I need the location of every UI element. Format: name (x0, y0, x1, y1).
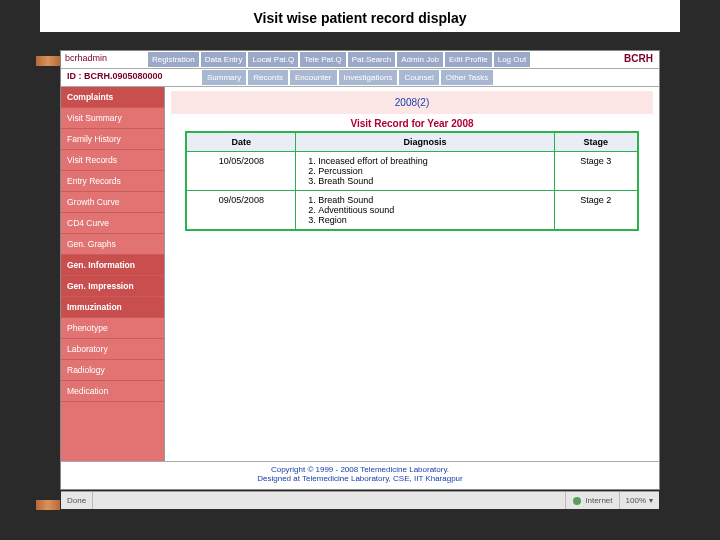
table-row[interactable]: 09/05/2008Breath SoundAdventitious sound… (186, 191, 637, 231)
visit-record-table: DateDiagnosisStage 10/05/2008Inceased ef… (185, 131, 638, 231)
sidebar-item-phenotype[interactable]: Phenotype (61, 318, 164, 339)
subnav-other-tasks[interactable]: Other Tasks (441, 70, 494, 85)
patient-id-label: ID : BCRH.0905080000 (61, 69, 201, 86)
topnav-log-out[interactable]: Log Out (494, 52, 530, 67)
sidebar-item-gen-information[interactable]: Gen. Information (61, 255, 164, 276)
subnav-investigations[interactable]: Investigations (339, 70, 398, 85)
status-zoom[interactable]: 100% ▾ (619, 492, 659, 509)
decor-stripe-bottom (36, 500, 60, 510)
sidebar-item-complaints[interactable]: Complaints (61, 87, 164, 108)
col-diagnosis: Diagnosis (296, 132, 555, 152)
chevron-down-icon: ▾ (649, 496, 653, 505)
internet-zone-icon (572, 496, 582, 506)
diagnosis-item: Region (318, 215, 548, 225)
topnav-local-pat-q[interactable]: Local Pat.Q (248, 52, 298, 67)
svg-point-0 (573, 497, 581, 505)
cell-date: 09/05/2008 (186, 191, 295, 231)
cell-stage: Stage 2 (554, 191, 637, 231)
topnav-pat-search[interactable]: Pat.Search (348, 52, 396, 67)
brand-right: BCRH (618, 51, 659, 68)
topnav-data-entry[interactable]: Data Entry (201, 52, 247, 67)
cell-date: 10/05/2008 (186, 152, 295, 191)
diagnosis-item: Breath Sound (318, 195, 548, 205)
subnav-counsel[interactable]: Counsel (399, 70, 438, 85)
col-date: Date (186, 132, 295, 152)
status-zone: Internet (565, 492, 618, 509)
diagnosis-item: Adventitious sound (318, 205, 548, 215)
top-nav: RegistrationData EntryLocal Pat.QTele Pa… (147, 51, 531, 68)
sidebar-item-family-history[interactable]: Family History (61, 129, 164, 150)
status-zone-label: Internet (585, 496, 612, 505)
subnav-records[interactable]: Records (248, 70, 288, 85)
slide-caption: Visit wise patient record display (40, 0, 680, 32)
id-bar: ID : BCRH.0905080000 SummaryRecordsEncou… (61, 69, 659, 87)
subnav-encounter[interactable]: Encounter (290, 70, 336, 85)
diagnosis-item: Percussion (318, 166, 548, 176)
footer-line2: Designed at Telemedicine Laboratory, CSE… (61, 474, 659, 483)
top-bar: bcrhadmin RegistrationData EntryLocal Pa… (61, 51, 659, 69)
subnav-summary[interactable]: Summary (202, 70, 246, 85)
app-body: ComplaintsVisit SummaryFamily HistoryVis… (61, 87, 659, 461)
year-band[interactable]: 2008(2) (171, 91, 653, 114)
sidebar-item-gen-impression[interactable]: Gen. Impression (61, 276, 164, 297)
diagnosis-item: Inceased effort of breathing (318, 156, 548, 166)
table-row[interactable]: 10/05/2008Inceased effort of breathingPe… (186, 152, 637, 191)
sidebar-item-radiology[interactable]: Radiology (61, 360, 164, 381)
sidebar-item-growth-curve[interactable]: Growth Curve (61, 192, 164, 213)
footer-line1: Copyright © 1999 - 2008 Telemedicine Lab… (61, 465, 659, 474)
cell-stage: Stage 3 (554, 152, 637, 191)
sidebar-item-entry-records[interactable]: Entry Records (61, 171, 164, 192)
cell-diagnosis: Inceased effort of breathingPercussionBr… (296, 152, 555, 191)
topnav-tele-pat-q[interactable]: Tele Pat.Q (300, 52, 345, 67)
main-panel: 2008(2) Visit Record for Year 2008 DateD… (165, 87, 659, 461)
sidebar-item-visit-summary[interactable]: Visit Summary (61, 108, 164, 129)
topnav-admin-job[interactable]: Admin Job (397, 52, 443, 67)
sidebar-item-cd-curve[interactable]: CD4 Curve (61, 213, 164, 234)
sidebar-item-laboratory[interactable]: Laboratory (61, 339, 164, 360)
sidebar-item-gen-graphs[interactable]: Gen. Graphs (61, 234, 164, 255)
brand-left: bcrhadmin (61, 51, 147, 68)
sub-nav: SummaryRecordsEncounterInvestigationsCou… (201, 69, 494, 86)
footer: Copyright © 1999 - 2008 Telemedicine Lab… (61, 461, 659, 491)
status-bar: Done Internet 100% ▾ (61, 491, 659, 509)
app-window: bcrhadmin RegistrationData EntryLocal Pa… (60, 50, 660, 490)
status-left: Done (61, 492, 93, 509)
sidebar: ComplaintsVisit SummaryFamily HistoryVis… (61, 87, 165, 461)
sidebar-item-medication[interactable]: Medication (61, 381, 164, 402)
topnav-edit-profile[interactable]: Edit Profile (445, 52, 492, 67)
decor-stripe (36, 56, 60, 66)
topnav-registration[interactable]: Registration (148, 52, 199, 67)
sidebar-item-immuzination[interactable]: Immuzination (61, 297, 164, 318)
diagnosis-item: Breath Sound (318, 176, 548, 186)
cell-diagnosis: Breath SoundAdventitious soundRegion (296, 191, 555, 231)
col-stage: Stage (554, 132, 637, 152)
status-zoom-label: 100% (626, 496, 646, 505)
record-title: Visit Record for Year 2008 (171, 118, 653, 129)
sidebar-item-visit-records[interactable]: Visit Records (61, 150, 164, 171)
